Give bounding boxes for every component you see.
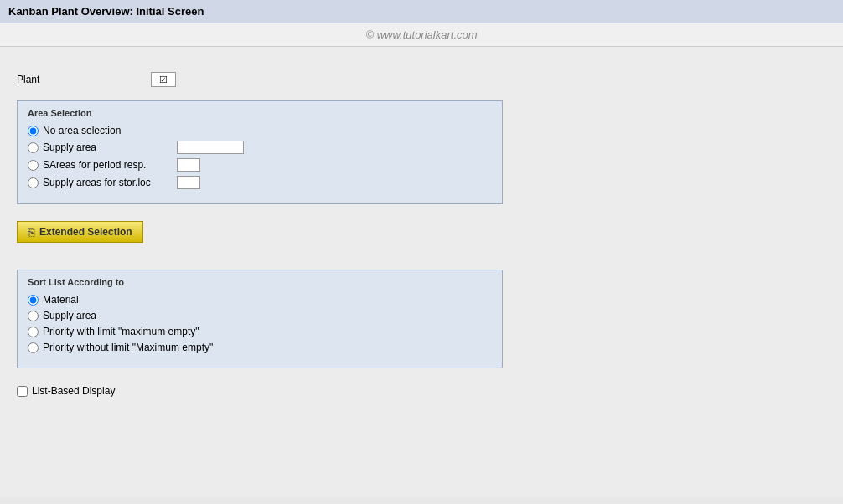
plant-label: Plant [17, 74, 67, 85]
extended-selection-icon: ⎘ [28, 225, 34, 239]
radio-no-area-label: No area selection [43, 125, 121, 136]
extended-selection-button[interactable]: ⎘ Extended Selection [17, 221, 143, 243]
radio-supply-area[interactable] [28, 142, 39, 153]
area-selection-group: Area Selection No area selection Supply … [17, 100, 503, 204]
radio-sareas-period-label: SAreas for period resp. [43, 159, 177, 171]
radio-supply-area-sort-row: Supply area [28, 310, 492, 321]
sareas-period-input[interactable] [177, 158, 200, 172]
radio-supply-area-row: Supply area [28, 141, 492, 154]
watermark-text: © www.tutorialkart.com [365, 28, 477, 41]
radio-supply-stor-label: Supply areas for stor.loc [43, 177, 177, 188]
radio-supply-area-label: Supply area [43, 141, 177, 153]
main-content: Plant ☑ Area Selection No area selection… [0, 47, 843, 497]
radio-priority-without-row: Priority without limit "Maximum empty" [28, 342, 492, 353]
radio-priority-max-label: Priority with limit "maximum empty" [43, 326, 199, 337]
radio-priority-without[interactable] [28, 342, 39, 353]
supply-stor-input[interactable] [177, 176, 200, 189]
watermark-bar: © www.tutorialkart.com [0, 23, 843, 47]
plant-checkbox-field[interactable]: ☑ [151, 72, 176, 87]
list-based-label: List-Based Display [32, 385, 115, 397]
radio-material-label: Material [43, 294, 79, 306]
radio-no-area[interactable] [28, 126, 39, 136]
sort-list-group: Sort List According to Material Supply a… [17, 270, 503, 368]
radio-sareas-period[interactable] [28, 160, 39, 171]
radio-supply-stor-row: Supply areas for stor.loc [28, 176, 492, 189]
radio-supply-stor[interactable] [28, 177, 39, 188]
supply-area-input[interactable] [177, 141, 244, 154]
radio-supply-area-sort-label: Supply area [43, 310, 96, 321]
radio-priority-max-row: Priority with limit "maximum empty" [28, 326, 492, 337]
plant-row: Plant ☑ [17, 72, 826, 87]
title-bar: Kanban Plant Overview: Initial Screen [0, 0, 843, 23]
radio-sareas-period-row: SAreas for period resp. [28, 158, 492, 172]
radio-priority-without-label: Priority without limit "Maximum empty" [43, 342, 213, 353]
radio-no-area-row: No area selection [28, 125, 492, 136]
list-based-checkbox[interactable] [17, 386, 28, 397]
area-selection-title: Area Selection [28, 108, 492, 118]
radio-material[interactable] [28, 295, 39, 306]
title-text: Kanban Plant Overview: Initial Screen [8, 5, 204, 18]
sort-list-title: Sort List According to [28, 277, 492, 287]
radio-supply-area-sort[interactable] [28, 311, 39, 321]
radio-material-row: Material [28, 294, 492, 306]
radio-priority-max[interactable] [28, 327, 39, 337]
extended-selection-label: Extended Selection [39, 226, 132, 238]
plant-checkbox-symbol: ☑ [159, 75, 168, 85]
list-based-display-row: List-Based Display [17, 385, 826, 397]
extended-selection-wrapper: ⎘ Extended Selection [17, 218, 826, 256]
